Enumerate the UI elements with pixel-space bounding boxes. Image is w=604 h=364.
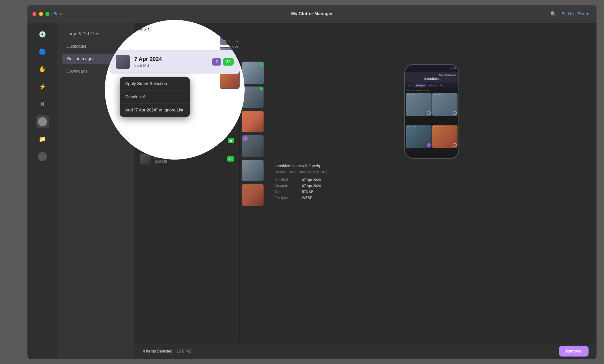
sidebar-icon-disk[interactable]: 💿 xyxy=(36,28,49,41)
list-item-size: 35,5 MB xyxy=(154,69,215,73)
badge-group: 2 22 xyxy=(219,65,234,71)
preview-panel: 21:41 Tout sélectionner Sensibles Autre xyxy=(267,59,597,343)
content-title: Similar Images xyxy=(143,29,589,35)
file-detail-row-modified: Modified: 07 Apr 2024 xyxy=(275,178,589,182)
nav-item-downloads[interactable]: Downloads xyxy=(62,66,130,76)
close-button[interactable] xyxy=(32,12,36,16)
phone-tab[interactable]: Por... xyxy=(439,84,446,87)
main-window: ‹ Back My Clutter Manager 🔍 Sort by: Siz… xyxy=(27,5,597,359)
phone-cell: Avr+ 2 Mo xyxy=(432,93,458,125)
phone-screen: 21:41 Tout sélectionner Sensibles Autre xyxy=(405,65,458,158)
remove-button[interactable]: Remove xyxy=(559,346,589,357)
list-item-info: 7 Apr 2024 35,5 MB xyxy=(154,64,215,73)
sidebar-icon-hand[interactable]: ✋ xyxy=(36,63,49,76)
list-item-thumbnail xyxy=(140,81,151,92)
sidebar-icon-bolt[interactable]: ⚡ xyxy=(36,80,49,93)
traffic-lights xyxy=(32,12,49,16)
selection-dot xyxy=(260,87,263,91)
phone-mockup: 21:41 Tout sélectionner Sensibles Autre xyxy=(404,64,459,159)
cell-radio[interactable] xyxy=(427,111,431,115)
list-item[interactable]: sensitive-restore-de... 19,6 MB 12 xyxy=(135,150,239,168)
list-panel: 7 Apr 2024 35,5 MB 2 22 xyxy=(135,59,240,343)
window-body: 💿 🔵 ✋ ⚡ ✖ 📁 Large & Old Files Duplicates… xyxy=(27,23,597,359)
sidebar-icon-dot2[interactable] xyxy=(36,115,49,128)
file-detail-row-type: File type: WEBP xyxy=(275,196,589,200)
thumbnail-item[interactable] xyxy=(242,184,264,206)
list-item-thumbnail xyxy=(140,99,151,110)
cell-radio-selected[interactable] xyxy=(427,143,431,147)
list-item[interactable]: 7 Apr 2024 29,7 MB xyxy=(135,77,239,95)
thumbnail-item[interactable] xyxy=(242,86,264,108)
list-item-date: sensitive-restore-de... xyxy=(154,155,223,159)
created-value: 07 Apr 2024 xyxy=(302,184,321,188)
sort-by-label: Sort by: Size ▾ xyxy=(562,11,589,16)
badge-count: 2 xyxy=(219,65,225,71)
list-item[interactable]: 30 Oct 2024 25,9 MB 6 xyxy=(135,95,239,114)
phone-tab[interactable]: Autre xyxy=(407,84,414,87)
modified-value: 07 Apr 2024 xyxy=(302,178,321,182)
phone-cell: Avr+ 6,8 Mo xyxy=(432,125,458,157)
cell-radio[interactable] xyxy=(453,111,457,115)
list-item-date: 7 Apr 2024 xyxy=(154,82,234,86)
list-item-date: 30 Oct 2024 xyxy=(154,100,224,104)
sidebar-icon-dot1[interactable]: 🔵 xyxy=(36,45,49,58)
file-path: Desktop › werk › images › cmp › fr ⓘ xyxy=(275,170,589,174)
size-label: Size: xyxy=(275,190,297,194)
search-icon[interactable]: 🔍 xyxy=(550,11,557,17)
list-item-size: 25,9 MB xyxy=(154,105,224,109)
status-bar: 4 Items Selected 10,6 MB Remove xyxy=(135,343,597,359)
titlebar-right: 🔍 Sort by: Size ▾ xyxy=(550,11,589,17)
thumbnail-item[interactable] xyxy=(242,62,264,84)
phone-cell: Avr+ 93 ko xyxy=(406,93,432,125)
list-item[interactable]: 7 Apr 2024 23,9 MB 9 xyxy=(135,132,239,150)
thumbnail-item[interactable]: ✓ xyxy=(242,135,264,157)
sidebar-icon-folder[interactable]: 📁 xyxy=(36,133,49,146)
sort-value[interactable]: Size ▾ xyxy=(577,12,589,16)
list-item-thumbnail xyxy=(140,63,151,74)
list-item-date: 7 Apr 2024 xyxy=(154,136,224,141)
nav-item-similar-images[interactable]: Similar Images xyxy=(62,54,130,64)
cell-radio[interactable] xyxy=(453,143,457,147)
back-button[interactable]: ‹ Back xyxy=(50,11,63,16)
phone-status-bar: 21:41 xyxy=(405,65,458,72)
phone-sublabel: Synchronisation à l'export xyxy=(405,88,458,92)
list-item[interactable]: 7 Apr 2024 35,5 MB 2 22 xyxy=(135,59,239,77)
chevron-left-icon: ‹ xyxy=(50,11,52,16)
content-description: Some of the shots you take are virtually… xyxy=(143,38,243,55)
file-detail-row-size: Size: 573 KB xyxy=(275,190,589,194)
check-icon: ✓ xyxy=(243,136,248,141)
sidebar-icon-x[interactable]: ✖ xyxy=(36,98,49,111)
selection-dot xyxy=(260,63,263,66)
thumbnail-item[interactable] xyxy=(242,110,264,133)
list-item-info: 7 Apr 2024 24,3 MB xyxy=(154,118,224,127)
badge-total: 9 xyxy=(228,120,234,125)
phone-cell: Avr+ 5,2 Mo xyxy=(406,125,432,157)
phone-grid: Avr+ 93 ko Avr+ 2 Mo xyxy=(405,92,458,158)
list-item[interactable]: 7 Apr 2024 24,3 MB 9 xyxy=(135,114,239,132)
list-item-size: 19,6 MB xyxy=(154,160,223,164)
total-size: 10,6 MB xyxy=(177,349,192,353)
list-item-thumbnail xyxy=(140,117,151,128)
nav-item-duplicates[interactable]: Duplicates xyxy=(62,41,130,51)
items-selected: 4 Items Selected xyxy=(143,349,172,353)
thumbnail-item[interactable] xyxy=(242,159,264,182)
thumbnail-image xyxy=(242,184,264,206)
list-item-size: 29,7 MB xyxy=(154,87,234,91)
file-info: sensitive-select-all-fr.webp Desktop › w… xyxy=(272,164,592,202)
sidebar-icon-dot3[interactable] xyxy=(36,150,49,163)
list-item-thumbnail xyxy=(140,154,151,165)
minimize-button[interactable] xyxy=(39,12,43,16)
thumbnail-image xyxy=(242,110,264,133)
type-label: File type: xyxy=(275,196,297,200)
main-content: Similar Images Some of the shots you tak… xyxy=(135,23,597,359)
maximize-button[interactable] xyxy=(45,12,49,16)
phone-tab-active[interactable]: Voyages xyxy=(415,84,426,87)
window-title: My Clutter Manager xyxy=(291,11,333,16)
path-info-icon[interactable]: ⓘ xyxy=(325,170,328,174)
list-item-info: sensitive-restore-de... 19,6 MB xyxy=(154,155,223,164)
phone-tab[interactable]: Doublons xyxy=(427,84,438,87)
badge-total: 12 xyxy=(227,156,234,162)
nav-item-large-old[interactable]: Large & Old Files xyxy=(62,29,130,39)
content-body: 7 Apr 2024 35,5 MB 2 22 xyxy=(135,59,597,343)
phone-tabs: Autre Voyages Doublons Por... xyxy=(405,83,458,88)
